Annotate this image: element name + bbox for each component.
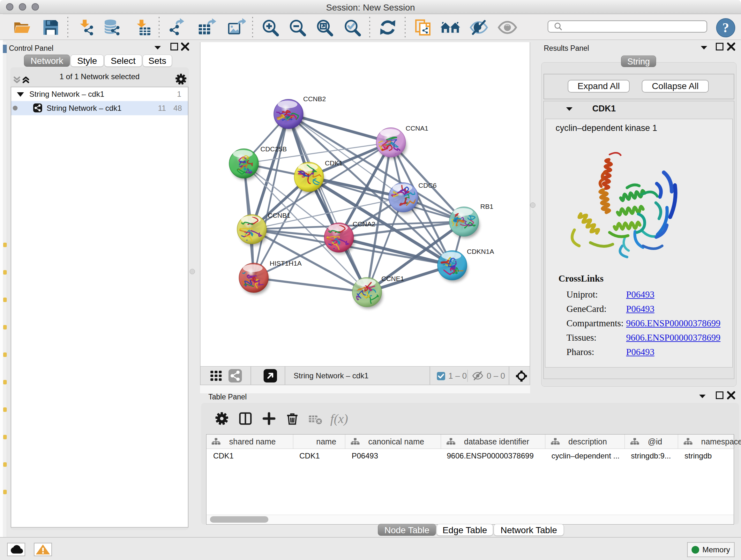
svg-text:CDKN1A: CDKN1A [467,248,494,255]
svg-text:CCNE1: CCNE1 [381,275,404,282]
svg-text:CDK1: CDK1 [325,159,343,167]
svg-text:RB1: RB1 [480,203,493,210]
svg-text:CDC25B: CDC25B [260,145,287,152]
svg-text:CCNB2: CCNB2 [303,95,326,103]
svg-text:CCNB1: CCNB1 [268,212,290,219]
svg-text:CCNA1: CCNA1 [406,125,428,132]
svg-text:HIST1H1A: HIST1H1A [270,260,301,267]
svg-text:CCNA2: CCNA2 [353,220,375,228]
svg-text:CDC6: CDC6 [418,182,436,189]
